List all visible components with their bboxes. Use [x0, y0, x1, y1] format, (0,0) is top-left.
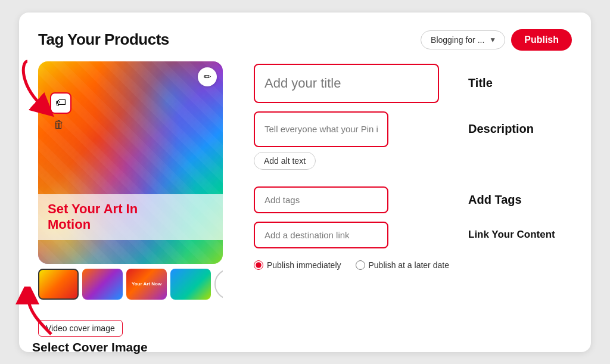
description-row: Description	[254, 111, 572, 147]
trash-icon: 🗑	[54, 119, 64, 130]
link-input[interactable]	[254, 222, 388, 248]
cover-thumb-3[interactable]: Your Art Now	[126, 269, 167, 300]
cover-strip-wrapper: Your Art Now + Video cover image	[38, 269, 235, 300]
cover-thumb-4[interactable]	[170, 269, 211, 300]
tags-row: Add Tags	[254, 186, 572, 213]
publish-later-option[interactable]: Publish at a later date	[356, 260, 449, 270]
select-cover-image-label: Select Cover Image	[32, 340, 148, 354]
board-dropdown[interactable]: Blogging for ... ▼	[421, 30, 505, 49]
chevron-down-icon: ▼	[489, 36, 496, 44]
cover-thumb-1[interactable]	[38, 269, 79, 300]
title-field-wrapper	[254, 64, 456, 103]
main-card: Tag Your Products Blogging for ... ▼ Pub…	[19, 13, 591, 352]
link-label: Link Your Content	[468, 229, 555, 241]
left-panel: ✏ 🏷 🗑 Set Your Art In Motion	[38, 61, 235, 300]
pin-text-overlay: Set Your Art In Motion	[38, 194, 223, 240]
tag-icon: 🏷	[55, 97, 66, 109]
publish-immediately-option[interactable]: Publish immediately	[254, 260, 341, 270]
add-cover-button[interactable]: +	[214, 269, 223, 300]
header-row: Tag Your Products Blogging for ... ▼ Pub…	[38, 29, 572, 51]
board-dropdown-label: Blogging for ...	[431, 35, 484, 45]
cover-strip: Your Art Now +	[38, 269, 223, 300]
pencil-icon: ✏	[204, 71, 211, 82]
publish-immediately-radio[interactable]	[254, 260, 263, 270]
desc-field-wrapper	[254, 111, 456, 147]
title-label: Title	[468, 76, 516, 90]
pin-image: ✏ 🏷 🗑 Set Your Art In Motion	[38, 61, 223, 264]
publish-later-label: Publish at a later date	[369, 260, 449, 270]
tags-label: Add Tags	[468, 193, 522, 207]
link-field-wrapper	[254, 222, 456, 248]
publish-options: Publish immediately Publish at a later d…	[254, 260, 572, 270]
description-label: Description	[468, 122, 534, 136]
body-row: ✏ 🏷 🗑 Set Your Art In Motion	[38, 61, 572, 300]
publish-later-radio[interactable]	[356, 260, 365, 270]
alt-text-button[interactable]: Add alt text	[254, 152, 316, 170]
pin-title: Set Your Art In Motion	[48, 201, 213, 233]
page-title: Tag Your Products	[38, 30, 169, 49]
right-panel: Title Description Add alt text Add Tags	[254, 61, 572, 270]
title-row: Title	[254, 64, 572, 103]
description-input[interactable]	[254, 111, 388, 147]
publish-button[interactable]: Publish	[511, 29, 572, 51]
tag-icon-button[interactable]: 🏷	[50, 92, 71, 114]
trash-icon-button[interactable]: 🗑	[54, 119, 64, 131]
alt-text-row: Add alt text	[254, 152, 572, 178]
tags-field-wrapper	[254, 186, 456, 213]
link-row: Link Your Content	[254, 222, 572, 248]
publish-immediately-label: Publish immediately	[267, 260, 341, 270]
header-actions: Blogging for ... ▼ Publish	[421, 29, 572, 51]
video-cover-label: Video cover image	[38, 320, 123, 337]
cover-thumb-2[interactable]	[82, 269, 123, 300]
title-input[interactable]	[254, 64, 439, 103]
edit-icon-button[interactable]: ✏	[198, 67, 217, 86]
tags-input[interactable]	[254, 186, 388, 213]
